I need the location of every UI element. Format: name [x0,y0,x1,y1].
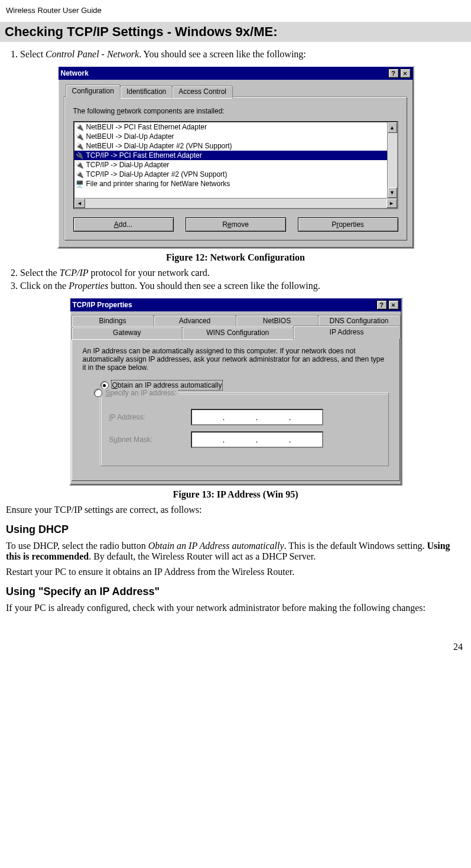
window-title: TCP/IP Properties [73,301,132,309]
tab-identification[interactable]: Identification [120,86,173,99]
figure-12-caption: Figure 12: Network Configuration [0,252,471,263]
list-item[interactable]: NetBEUI -> Dial-Up Adapter #2 (VPN Suppo… [74,141,387,151]
add-button[interactable]: Add... [73,217,174,232]
step-1: Select Control Panel - Network. You shou… [20,49,471,60]
service-icon [76,180,84,188]
list-item[interactable]: File and printer sharing for NetWare Net… [74,179,387,188]
steps-list-2: Select the TCP/IP protocol for your netw… [0,268,471,291]
horizontal-scrollbar[interactable]: ◄ ► [74,198,397,208]
tab-bindings[interactable]: Bindings [72,315,154,327]
tabstrip: Bindings Advanced NetBIOS DNS Configurat… [70,311,401,339]
titlebar: TCP/IP Properties ? × [70,298,401,311]
subnet-mask-input[interactable]: ... [191,431,323,448]
step-1-suffix: . You should see a screen like the follo… [139,49,306,59]
window-body: Configuration Identification Access Cont… [59,80,413,248]
window-title: Network [61,69,89,77]
properties-button[interactable]: Properties [298,217,398,232]
subnet-mask-label: Subnet Mask: [109,435,180,444]
close-button[interactable]: × [400,69,411,78]
listbox-items: NetBEUI -> PCI Fast Ethernet Adapter Net… [74,122,387,198]
section-heading: Checking TCP/IP Settings - Windows 9x/ME… [0,22,471,42]
specify-groupbox: Specify an IP address: IP Address: ... S… [100,393,389,466]
scroll-right-icon[interactable]: ► [386,199,397,208]
tab-panel: An IP address can be automatically assig… [72,338,400,481]
radio-obtain-auto[interactable]: Obtain an IP address automatically [100,381,389,389]
ip-address-label: IP Address: [109,413,180,421]
subnet-mask-row: Subnet Mask: ... [109,431,380,448]
using-dhcp-heading: Using DHCP [0,524,471,536]
scroll-left-icon[interactable]: ◄ [74,199,85,208]
steps-list: Select Control Panel - Network. You shou… [0,49,471,60]
ip-description: An IP address can be automatically assig… [83,347,389,372]
step-2-suffix: protocol for your network card. [89,268,210,278]
step-2-italic: TCP/IP [60,268,89,278]
scroll-track[interactable] [85,199,386,208]
adapter-icon [76,132,84,141]
adapter-icon [76,151,84,160]
adapter-icon [76,123,84,131]
radio-obtain-label: Obtain an IP address automatically [112,381,222,389]
tab-panel: The following network components are ins… [64,97,407,240]
dhcp-paragraph: To use DHCP, select the radio button Obt… [6,541,465,562]
step-1-italic: Control Panel - Network [46,49,139,59]
step-3-prefix: Click on the [20,281,69,291]
tab-ip-address[interactable]: IP Address [293,326,401,339]
components-listbox[interactable]: NetBEUI -> PCI Fast Ethernet Adapter Net… [74,122,397,198]
tab-wins-configuration[interactable]: WINS Configuration [182,327,294,340]
tab-configuration[interactable]: Configuration [66,84,121,97]
tabstrip: Configuration Identification Access Cont… [64,84,407,97]
adapter-icon [76,142,84,150]
vertical-scrollbar[interactable]: ▲ ▼ [387,122,397,198]
step-3-italic: Properties [69,281,108,291]
figure-13-caption: Figure 13: IP Address (Win 95) [0,489,471,500]
radio-icon [94,389,102,397]
help-button[interactable]: ? [388,69,399,78]
step-2: Select the TCP/IP protocol for your netw… [20,268,471,278]
dhcp-restart-paragraph: Restart your PC to ensure it obtains an … [6,567,465,577]
scroll-up-icon[interactable]: ▲ [388,122,397,133]
titlebar: Network ? × [59,67,413,80]
ensure-text: Ensure your TCP/IP settings are correct,… [6,505,465,515]
page-number: 24 [0,618,471,652]
tab-advanced[interactable]: Advanced [154,315,236,327]
button-row: Add... Remove Properties [73,217,398,232]
help-button[interactable]: ? [376,300,387,310]
using-specify-heading: Using "Specify an IP Address" [0,586,471,598]
specify-paragraph: If your PC is already configured, check … [6,603,465,613]
close-button[interactable]: × [388,300,399,310]
list-item[interactable]: NetBEUI -> Dial-Up Adapter [74,132,387,141]
components-listbox-frame: NetBEUI -> PCI Fast Ethernet Adapter Net… [73,121,398,209]
list-item[interactable]: TCP/IP -> Dial-Up Adapter #2 (VPN Suppor… [74,170,387,179]
adapter-icon [76,161,84,169]
radio-icon [100,381,109,389]
step-3: Click on the Properties button. You shou… [20,281,471,291]
tcpip-properties-dialog: TCP/IP Properties ? × Bindings Advanced … [69,297,402,486]
list-item[interactable]: TCP/IP -> Dial-Up Adapter [74,160,387,170]
step-2-prefix: Select the [20,268,60,278]
ip-address-input[interactable]: ... [191,409,323,425]
tab-access-control[interactable]: Access Control [172,86,233,99]
tab-netbios[interactable]: NetBIOS [236,315,319,327]
radio-specify[interactable]: Specify an IP address: [92,389,179,397]
remove-button[interactable]: Remove [186,217,286,232]
scroll-down-icon[interactable]: ▼ [388,187,397,198]
network-dialog: Network ? × Configuration Identification… [57,66,414,249]
page-header: Wireless Router User Guide [0,6,471,18]
list-item[interactable]: NetBEUI -> PCI Fast Ethernet Adapter [74,122,387,132]
tab-gateway[interactable]: Gateway [72,327,183,340]
scroll-track[interactable] [388,133,397,187]
ip-address-row: IP Address: ... [109,409,380,425]
step-3-suffix: button. You should then see a screen lik… [108,281,320,291]
step-1-prefix: Select [20,49,46,59]
components-label: The following network components are ins… [73,107,398,115]
radio-specify-label: Specify an IP address: [106,389,177,397]
list-item-selected[interactable]: TCP/IP -> PCI Fast Ethernet Adapter [74,151,387,160]
tab-dns-configuration[interactable]: DNS Configuration [318,315,401,327]
adapter-icon [76,170,84,178]
